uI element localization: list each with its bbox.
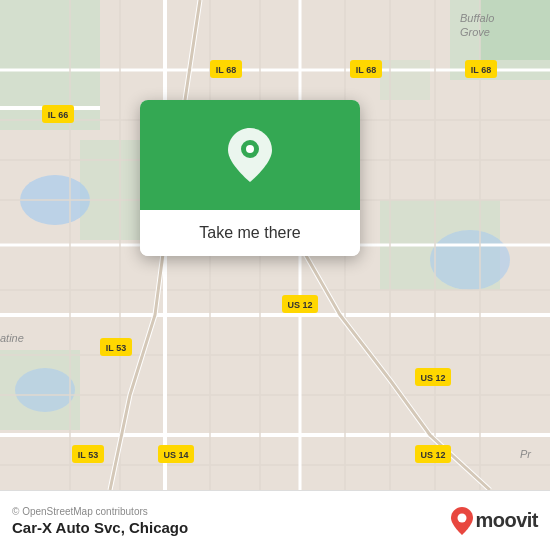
svg-text:Buffalo: Buffalo: [460, 12, 494, 24]
moovit-logo: moovit: [451, 507, 538, 535]
svg-text:IL 68: IL 68: [216, 65, 236, 75]
moovit-brand-text: moovit: [475, 509, 538, 532]
svg-text:IL 53: IL 53: [106, 343, 126, 353]
svg-text:US 12: US 12: [287, 300, 312, 310]
map-container: IL 66 IL 68 IL 68 IL 68 IL 53 IL 53 IL 5…: [0, 0, 550, 490]
bottom-left-info: © OpenStreetMap contributors Car-X Auto …: [12, 506, 451, 536]
svg-rect-7: [380, 60, 430, 100]
svg-point-62: [246, 145, 254, 153]
svg-text:US 12: US 12: [420, 373, 445, 383]
svg-text:Pr: Pr: [520, 448, 532, 460]
place-name: Car-X Auto Svc, Chicago: [12, 519, 451, 536]
location-pin-icon: [228, 128, 272, 182]
svg-text:IL 68: IL 68: [356, 65, 376, 75]
popup-card: Take me there: [140, 100, 360, 256]
svg-text:US 14: US 14: [163, 450, 188, 460]
attribution-text: © OpenStreetMap contributors: [12, 506, 451, 517]
svg-text:US 12: US 12: [420, 450, 445, 460]
moovit-pin-icon: [451, 507, 473, 535]
svg-text:IL 66: IL 66: [48, 110, 68, 120]
svg-text:atine: atine: [0, 332, 24, 344]
bottom-bar: © OpenStreetMap contributors Car-X Auto …: [0, 490, 550, 550]
svg-rect-6: [480, 0, 550, 60]
svg-text:Grove: Grove: [460, 26, 490, 38]
take-me-there-button[interactable]: Take me there: [140, 210, 360, 256]
popup-header: [140, 100, 360, 210]
svg-point-63: [458, 513, 467, 522]
svg-text:IL 53: IL 53: [78, 450, 98, 460]
svg-point-9: [430, 230, 510, 290]
svg-text:IL 68: IL 68: [471, 65, 491, 75]
svg-point-10: [15, 368, 75, 412]
